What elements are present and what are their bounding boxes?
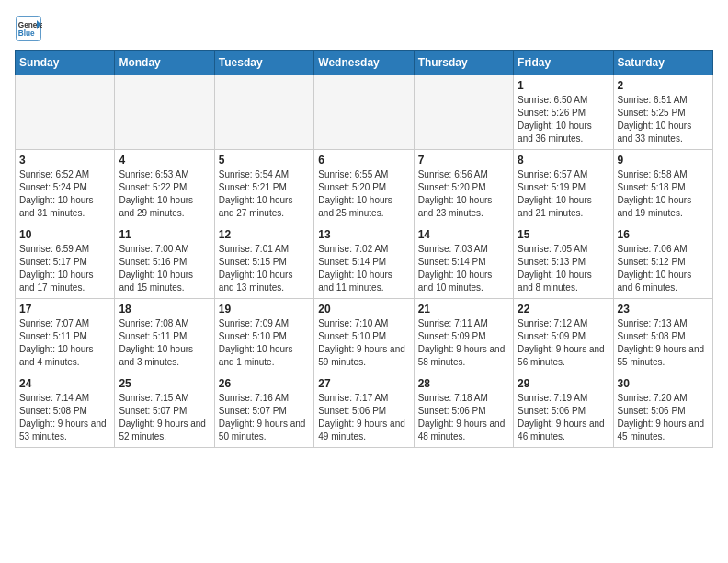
calendar-cell: 6Sunrise: 6:55 AM Sunset: 5:20 PM Daylig…	[314, 150, 414, 224]
day-number: 7	[418, 154, 509, 167]
day-header-sunday: Sunday	[16, 51, 115, 75]
day-header-wednesday: Wednesday	[314, 51, 414, 75]
day-info: Sunrise: 7:15 AM Sunset: 5:07 PM Dayligh…	[119, 392, 210, 443]
day-number: 5	[219, 154, 310, 167]
day-info: Sunrise: 7:13 AM Sunset: 5:08 PM Dayligh…	[618, 317, 709, 369]
day-info: Sunrise: 7:02 AM Sunset: 5:14 PM Dayligh…	[318, 243, 409, 294]
calendar-cell: 25Sunrise: 7:15 AM Sunset: 5:07 PM Dayli…	[115, 373, 214, 448]
day-number: 1	[518, 79, 609, 92]
calendar-header-row: SundayMondayTuesdayWednesdayThursdayFrid…	[16, 51, 713, 75]
day-number: 8	[518, 154, 609, 167]
calendar-cell: 23Sunrise: 7:13 AM Sunset: 5:08 PM Dayli…	[613, 299, 712, 373]
calendar-cell: 19Sunrise: 7:09 AM Sunset: 5:10 PM Dayli…	[214, 299, 313, 373]
day-info: Sunrise: 7:17 AM Sunset: 5:06 PM Dayligh…	[318, 392, 409, 443]
day-header-thursday: Thursday	[414, 51, 513, 75]
logo-icon: General Blue	[15, 15, 42, 42]
day-number: 22	[518, 303, 609, 316]
calendar-cell: 1Sunrise: 6:50 AM Sunset: 5:26 PM Daylig…	[514, 75, 613, 150]
day-info: Sunrise: 7:07 AM Sunset: 5:11 PM Dayligh…	[19, 317, 110, 369]
day-number: 18	[119, 303, 210, 316]
day-number: 10	[19, 228, 110, 241]
calendar-cell: 5Sunrise: 6:54 AM Sunset: 5:21 PM Daylig…	[214, 150, 313, 224]
calendar-cell	[214, 75, 313, 150]
day-number: 14	[418, 228, 509, 241]
day-info: Sunrise: 7:14 AM Sunset: 5:08 PM Dayligh…	[19, 392, 110, 443]
day-info: Sunrise: 6:50 AM Sunset: 5:26 PM Dayligh…	[518, 94, 609, 145]
calendar-table: SundayMondayTuesdayWednesdayThursdayFrid…	[15, 50, 713, 448]
page-header: General Blue	[15, 15, 713, 42]
calendar-week-row: 10Sunrise: 6:59 AM Sunset: 5:17 PM Dayli…	[16, 224, 713, 299]
day-header-saturday: Saturday	[613, 51, 712, 75]
calendar-cell: 7Sunrise: 6:56 AM Sunset: 5:20 PM Daylig…	[414, 150, 513, 224]
day-info: Sunrise: 6:58 AM Sunset: 5:18 PM Dayligh…	[618, 168, 709, 220]
calendar-cell: 29Sunrise: 7:19 AM Sunset: 5:06 PM Dayli…	[514, 373, 613, 448]
day-info: Sunrise: 6:55 AM Sunset: 5:20 PM Dayligh…	[318, 168, 409, 220]
calendar-cell	[414, 75, 513, 150]
day-info: Sunrise: 6:59 AM Sunset: 5:17 PM Dayligh…	[19, 243, 110, 294]
day-header-monday: Monday	[115, 51, 214, 75]
calendar-cell	[314, 75, 414, 150]
calendar-week-row: 1Sunrise: 6:50 AM Sunset: 5:26 PM Daylig…	[16, 75, 713, 150]
day-info: Sunrise: 6:56 AM Sunset: 5:20 PM Dayligh…	[418, 168, 509, 220]
day-number: 11	[119, 228, 210, 241]
day-info: Sunrise: 7:11 AM Sunset: 5:09 PM Dayligh…	[418, 317, 509, 369]
day-number: 9	[618, 154, 709, 167]
day-number: 26	[219, 377, 310, 390]
calendar-cell: 27Sunrise: 7:17 AM Sunset: 5:06 PM Dayli…	[314, 373, 414, 448]
day-number: 13	[318, 228, 409, 241]
day-number: 17	[19, 303, 110, 316]
day-number: 20	[318, 303, 409, 316]
day-info: Sunrise: 7:00 AM Sunset: 5:16 PM Dayligh…	[119, 243, 210, 294]
calendar-cell: 18Sunrise: 7:08 AM Sunset: 5:11 PM Dayli…	[115, 299, 214, 373]
day-number: 28	[418, 377, 509, 390]
day-info: Sunrise: 6:54 AM Sunset: 5:21 PM Dayligh…	[219, 168, 310, 220]
day-info: Sunrise: 6:52 AM Sunset: 5:24 PM Dayligh…	[19, 168, 110, 220]
day-number: 29	[518, 377, 609, 390]
calendar-cell: 16Sunrise: 7:06 AM Sunset: 5:12 PM Dayli…	[613, 224, 712, 299]
day-info: Sunrise: 7:20 AM Sunset: 5:06 PM Dayligh…	[618, 392, 709, 443]
calendar-cell: 20Sunrise: 7:10 AM Sunset: 5:10 PM Dayli…	[314, 299, 414, 373]
calendar-cell: 26Sunrise: 7:16 AM Sunset: 5:07 PM Dayli…	[214, 373, 313, 448]
logo: General Blue	[15, 15, 42, 42]
calendar-cell: 15Sunrise: 7:05 AM Sunset: 5:13 PM Dayli…	[514, 224, 613, 299]
day-number: 23	[618, 303, 709, 316]
calendar-cell: 22Sunrise: 7:12 AM Sunset: 5:09 PM Dayli…	[514, 299, 613, 373]
calendar-cell: 3Sunrise: 6:52 AM Sunset: 5:24 PM Daylig…	[16, 150, 115, 224]
day-info: Sunrise: 7:01 AM Sunset: 5:15 PM Dayligh…	[219, 243, 310, 294]
calendar-cell	[16, 75, 115, 150]
day-number: 27	[318, 377, 409, 390]
day-number: 3	[19, 154, 110, 167]
calendar-cell: 13Sunrise: 7:02 AM Sunset: 5:14 PM Dayli…	[314, 224, 414, 299]
day-number: 25	[119, 377, 210, 390]
calendar-cell: 24Sunrise: 7:14 AM Sunset: 5:08 PM Dayli…	[16, 373, 115, 448]
day-number: 19	[219, 303, 310, 316]
calendar-cell: 4Sunrise: 6:53 AM Sunset: 5:22 PM Daylig…	[115, 150, 214, 224]
day-number: 15	[518, 228, 609, 241]
svg-text:Blue: Blue	[18, 29, 35, 38]
calendar-week-row: 24Sunrise: 7:14 AM Sunset: 5:08 PM Dayli…	[16, 373, 713, 448]
day-number: 4	[119, 154, 210, 167]
calendar-cell: 12Sunrise: 7:01 AM Sunset: 5:15 PM Dayli…	[214, 224, 313, 299]
day-info: Sunrise: 7:05 AM Sunset: 5:13 PM Dayligh…	[518, 243, 609, 294]
calendar-cell: 17Sunrise: 7:07 AM Sunset: 5:11 PM Dayli…	[16, 299, 115, 373]
day-info: Sunrise: 7:09 AM Sunset: 5:10 PM Dayligh…	[219, 317, 310, 369]
day-info: Sunrise: 7:10 AM Sunset: 5:10 PM Dayligh…	[318, 317, 409, 369]
day-info: Sunrise: 6:53 AM Sunset: 5:22 PM Dayligh…	[119, 168, 210, 220]
day-info: Sunrise: 7:08 AM Sunset: 5:11 PM Dayligh…	[119, 317, 210, 369]
calendar-cell: 2Sunrise: 6:51 AM Sunset: 5:25 PM Daylig…	[613, 75, 712, 150]
calendar-cell: 11Sunrise: 7:00 AM Sunset: 5:16 PM Dayli…	[115, 224, 214, 299]
day-info: Sunrise: 6:57 AM Sunset: 5:19 PM Dayligh…	[518, 168, 609, 220]
day-info: Sunrise: 7:06 AM Sunset: 5:12 PM Dayligh…	[618, 243, 709, 294]
day-number: 16	[618, 228, 709, 241]
day-info: Sunrise: 6:51 AM Sunset: 5:25 PM Dayligh…	[618, 94, 709, 145]
calendar-cell: 14Sunrise: 7:03 AM Sunset: 5:14 PM Dayli…	[414, 224, 513, 299]
day-number: 6	[318, 154, 409, 167]
day-info: Sunrise: 7:12 AM Sunset: 5:09 PM Dayligh…	[518, 317, 609, 369]
day-number: 12	[219, 228, 310, 241]
calendar-week-row: 3Sunrise: 6:52 AM Sunset: 5:24 PM Daylig…	[16, 150, 713, 224]
calendar-cell: 30Sunrise: 7:20 AM Sunset: 5:06 PM Dayli…	[613, 373, 712, 448]
day-info: Sunrise: 7:03 AM Sunset: 5:14 PM Dayligh…	[418, 243, 509, 294]
day-header-friday: Friday	[514, 51, 613, 75]
day-number: 2	[618, 79, 709, 92]
day-info: Sunrise: 7:16 AM Sunset: 5:07 PM Dayligh…	[219, 392, 310, 443]
